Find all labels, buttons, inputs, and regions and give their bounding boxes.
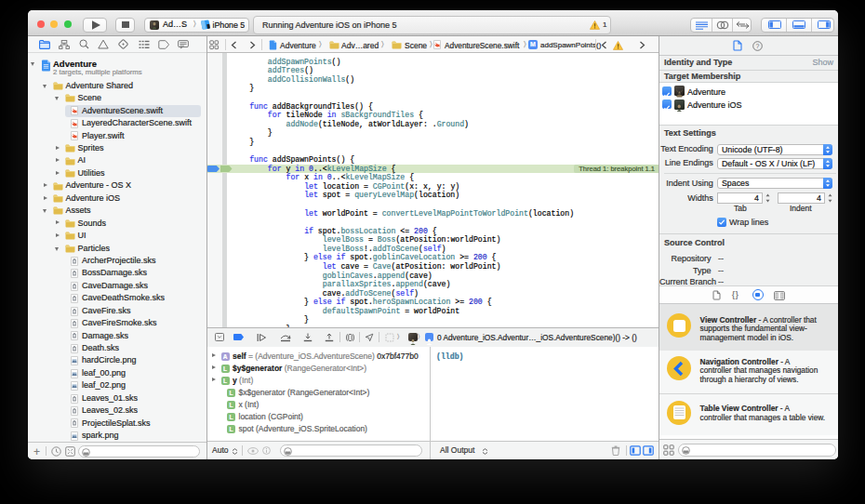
svg-text:?: ? [756, 43, 760, 49]
